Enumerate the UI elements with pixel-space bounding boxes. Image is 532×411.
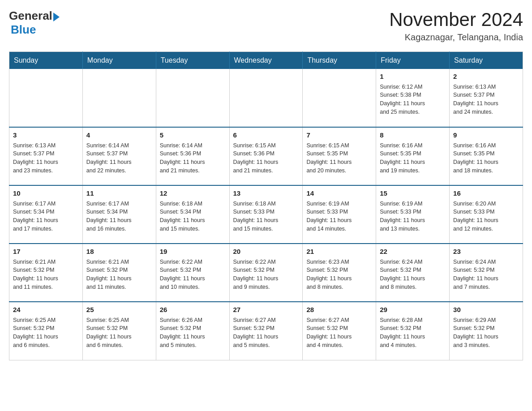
day-info: and 22 minutes. xyxy=(86,167,152,175)
calendar-cell: 17Sunrise: 6:21 AMSunset: 5:32 PMDayligh… xyxy=(9,244,83,302)
day-number: 24 xyxy=(13,305,79,315)
calendar-cell: 25Sunrise: 6:25 AMSunset: 5:32 PMDayligh… xyxy=(82,302,156,360)
day-info: Daylight: 11 hours xyxy=(86,274,152,283)
day-info: Sunset: 5:35 PM xyxy=(453,150,519,158)
calendar-header-friday: Friday xyxy=(376,52,450,69)
day-info: and 23 minutes. xyxy=(13,167,79,175)
day-info: Sunset: 5:33 PM xyxy=(233,208,299,216)
calendar-cell xyxy=(229,69,303,127)
day-number: 16 xyxy=(453,188,519,199)
calendar-cell: 21Sunrise: 6:23 AMSunset: 5:32 PMDayligh… xyxy=(303,244,376,302)
day-info: Sunrise: 6:24 AM xyxy=(380,258,446,266)
calendar-header-thursday: Thursday xyxy=(303,52,376,69)
day-info: and 21 minutes. xyxy=(160,167,226,175)
calendar-cell: 15Sunrise: 6:19 AMSunset: 5:33 PMDayligh… xyxy=(376,185,450,244)
day-info: Sunset: 5:37 PM xyxy=(13,150,79,158)
day-number: 25 xyxy=(86,305,152,315)
day-number: 30 xyxy=(453,305,519,315)
day-info: Sunset: 5:34 PM xyxy=(160,208,226,216)
day-info: Sunset: 5:36 PM xyxy=(233,150,299,158)
day-number: 19 xyxy=(160,247,226,257)
day-info: Sunrise: 6:21 AM xyxy=(86,258,152,266)
day-info: and 18 minutes. xyxy=(453,167,519,175)
day-number: 21 xyxy=(306,247,372,257)
calendar-cell: 19Sunrise: 6:22 AMSunset: 5:32 PMDayligh… xyxy=(156,244,229,302)
day-number: 20 xyxy=(233,247,299,257)
calendar-week-row: 17Sunrise: 6:21 AMSunset: 5:32 PMDayligh… xyxy=(9,244,523,302)
day-info: Sunrise: 6:27 AM xyxy=(306,316,372,325)
day-info: Sunset: 5:33 PM xyxy=(306,208,372,216)
day-info: Sunrise: 6:27 AM xyxy=(233,316,299,325)
day-info: Sunrise: 6:18 AM xyxy=(160,200,226,208)
calendar-cell: 26Sunrise: 6:26 AMSunset: 5:32 PMDayligh… xyxy=(156,302,229,360)
day-info: Sunrise: 6:22 AM xyxy=(160,258,226,266)
day-number: 23 xyxy=(453,247,519,257)
day-info: Sunrise: 6:20 AM xyxy=(453,200,519,208)
calendar-cell: 14Sunrise: 6:19 AMSunset: 5:33 PMDayligh… xyxy=(303,185,376,244)
calendar-cell: 18Sunrise: 6:21 AMSunset: 5:32 PMDayligh… xyxy=(82,244,156,302)
calendar-cell xyxy=(82,69,156,127)
day-number: 9 xyxy=(453,130,519,141)
calendar-week-row: 24Sunrise: 6:25 AMSunset: 5:32 PMDayligh… xyxy=(9,302,523,360)
day-info: Sunset: 5:36 PM xyxy=(160,150,226,158)
day-info: Daylight: 11 hours xyxy=(233,158,299,167)
calendar-cell: 9Sunrise: 6:16 AMSunset: 5:35 PMDaylight… xyxy=(450,127,523,185)
day-info: Daylight: 11 hours xyxy=(233,216,299,225)
day-info: and 15 minutes. xyxy=(233,225,299,233)
day-info: Sunrise: 6:25 AM xyxy=(86,316,152,325)
day-info: Sunrise: 6:13 AM xyxy=(13,141,79,150)
day-info: Daylight: 11 hours xyxy=(453,333,519,341)
day-number: 17 xyxy=(13,247,79,257)
calendar-cell: 4Sunrise: 6:14 AMSunset: 5:37 PMDaylight… xyxy=(82,127,156,185)
day-info: Daylight: 11 hours xyxy=(233,333,299,341)
calendar-cell: 1Sunrise: 6:12 AMSunset: 5:38 PMDaylight… xyxy=(376,69,450,127)
day-info: Sunset: 5:32 PM xyxy=(306,324,372,333)
day-info: Daylight: 11 hours xyxy=(306,333,372,341)
day-info: Sunset: 5:32 PM xyxy=(86,324,152,333)
day-info: Sunset: 5:32 PM xyxy=(233,266,299,274)
calendar-cell xyxy=(303,69,376,127)
day-info: Daylight: 11 hours xyxy=(160,158,226,167)
day-number: 3 xyxy=(13,130,79,141)
day-info: Daylight: 11 hours xyxy=(86,216,152,225)
day-info: Daylight: 11 hours xyxy=(380,99,446,108)
day-info: and 14 minutes. xyxy=(306,225,372,233)
day-info: Daylight: 11 hours xyxy=(160,274,226,283)
day-info: Sunset: 5:37 PM xyxy=(86,150,152,158)
day-info: Sunrise: 6:14 AM xyxy=(86,141,152,150)
day-info: and 11 minutes. xyxy=(13,283,79,291)
day-info: and 4 minutes. xyxy=(306,341,372,350)
day-info: Daylight: 11 hours xyxy=(233,274,299,283)
day-number: 28 xyxy=(306,305,372,315)
day-info: Daylight: 11 hours xyxy=(160,216,226,225)
logo-blue-text: Blue xyxy=(11,23,36,37)
day-number: 12 xyxy=(160,188,226,199)
day-number: 11 xyxy=(86,188,152,199)
day-info: Daylight: 11 hours xyxy=(453,274,519,283)
logo: General Blue xyxy=(9,9,60,37)
day-info: Daylight: 11 hours xyxy=(13,274,79,283)
day-info: Sunrise: 6:17 AM xyxy=(13,200,79,208)
day-info: and 25 minutes. xyxy=(380,108,446,116)
day-info: Sunrise: 6:19 AM xyxy=(380,200,446,208)
day-number: 7 xyxy=(306,130,372,141)
day-info: Sunset: 5:32 PM xyxy=(380,266,446,274)
day-number: 13 xyxy=(233,188,299,199)
day-info: and 10 minutes. xyxy=(160,283,226,291)
day-info: and 8 minutes. xyxy=(306,283,372,291)
day-number: 14 xyxy=(306,188,372,199)
day-info: and 5 minutes. xyxy=(233,341,299,350)
day-info: Daylight: 11 hours xyxy=(306,216,372,225)
day-info: Sunrise: 6:17 AM xyxy=(86,200,152,208)
calendar-header-tuesday: Tuesday xyxy=(156,52,229,69)
calendar-header-wednesday: Wednesday xyxy=(229,52,303,69)
day-info: Daylight: 11 hours xyxy=(160,333,226,341)
calendar-header-saturday: Saturday xyxy=(450,52,523,69)
day-info: Daylight: 11 hours xyxy=(13,216,79,225)
day-info: Sunrise: 6:19 AM xyxy=(306,200,372,208)
location-title: Kagaznagar, Telangana, India xyxy=(389,32,523,43)
calendar-cell: 30Sunrise: 6:29 AMSunset: 5:32 PMDayligh… xyxy=(450,302,523,360)
day-info: Daylight: 11 hours xyxy=(86,158,152,167)
calendar-cell: 27Sunrise: 6:27 AMSunset: 5:32 PMDayligh… xyxy=(229,302,303,360)
day-number: 1 xyxy=(380,72,446,82)
